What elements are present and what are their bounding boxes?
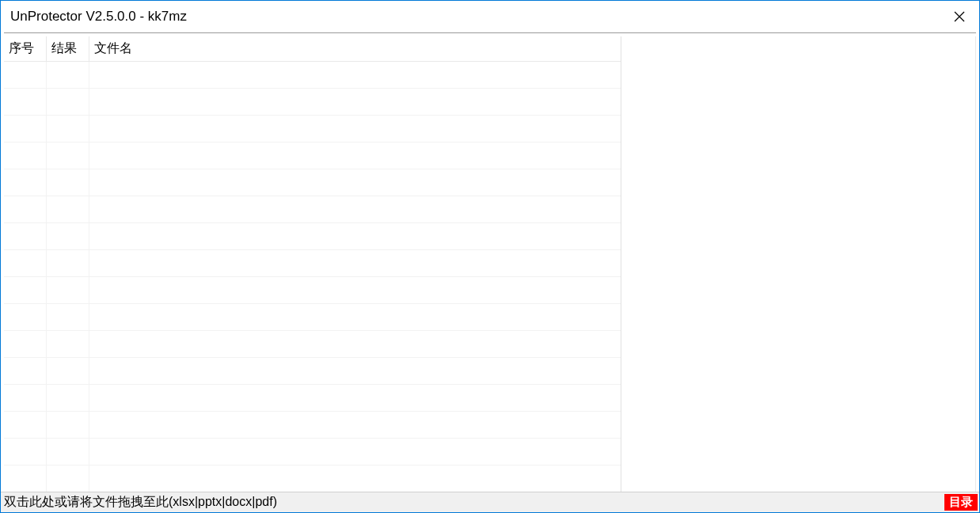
table-row[interactable] [4, 385, 621, 412]
col-result[interactable]: 结果 [47, 36, 89, 61]
table-row[interactable] [4, 62, 621, 89]
table-row[interactable] [4, 169, 621, 196]
statusbar: 双击此处或请将文件拖拽至此(xlsx|pptx|docx|pdf) 目录 [1, 492, 979, 512]
table-row[interactable] [4, 466, 621, 492]
table-row[interactable] [4, 412, 621, 439]
close-button[interactable] [940, 1, 979, 32]
table-row[interactable] [4, 89, 621, 116]
table-side-panel [621, 36, 975, 492]
table-row[interactable] [4, 116, 621, 142]
titlebar-controls [940, 1, 979, 32]
table-main: 序号 结果 文件名 [4, 36, 621, 492]
table-row[interactable] [4, 196, 621, 223]
table-row[interactable] [4, 223, 621, 250]
table-body[interactable] [4, 62, 621, 492]
table-row[interactable] [4, 331, 621, 358]
table-row[interactable] [4, 277, 621, 304]
table-header: 序号 结果 文件名 [4, 36, 621, 62]
content-area: 序号 结果 文件名 [1, 33, 979, 492]
titlebar: UnProtector V2.5.0.0 - kk7mz [1, 1, 979, 32]
file-table[interactable]: 序号 结果 文件名 [4, 36, 976, 492]
app-window: UnProtector V2.5.0.0 - kk7mz 序号 结果 文件名 [0, 0, 980, 513]
close-icon [954, 11, 965, 22]
directory-button[interactable]: 目录 [944, 494, 978, 511]
table-row[interactable] [4, 358, 621, 385]
col-seq[interactable]: 序号 [4, 36, 47, 61]
drop-hint[interactable]: 双击此处或请将文件拖拽至此(xlsx|pptx|docx|pdf) [2, 494, 277, 511]
table-row[interactable] [4, 142, 621, 169]
table-row[interactable] [4, 439, 621, 466]
window-title: UnProtector V2.5.0.0 - kk7mz [10, 9, 187, 25]
table-row[interactable] [4, 304, 621, 331]
col-filename[interactable]: 文件名 [89, 36, 621, 61]
table-row[interactable] [4, 250, 621, 277]
